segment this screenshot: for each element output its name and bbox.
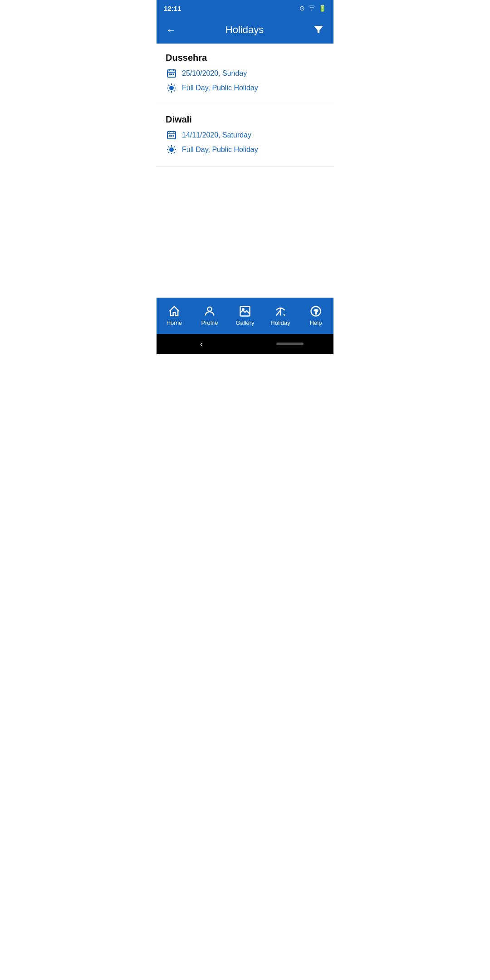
nav-label-home: Home: [167, 319, 182, 326]
holiday-item-dussehra: Dussehra 25/10/2020, Sunday: [157, 44, 333, 105]
filter-button[interactable]: [311, 22, 326, 38]
holiday-type-text-dussehra: Full Day, Public Holiday: [182, 84, 258, 92]
status-time: 12:11: [164, 5, 181, 12]
svg-text:?: ?: [314, 307, 318, 315]
svg-line-14: [174, 85, 175, 86]
app-bar: ← Holidays: [157, 16, 333, 44]
filter-icon: [313, 24, 324, 36]
nav-item-holiday[interactable]: Holiday: [263, 305, 298, 326]
svg-line-28: [168, 147, 169, 147]
svg-point-32: [207, 307, 211, 311]
svg-rect-5: [171, 74, 172, 75]
battery-icon: 🔋: [318, 5, 326, 12]
holiday-name-diwali: Diwali: [166, 114, 324, 125]
svg-line-13: [174, 90, 175, 91]
nav-item-gallery[interactable]: Gallery: [227, 305, 263, 326]
svg-rect-22: [173, 135, 174, 137]
nav-label-profile: Profile: [201, 319, 218, 326]
holiday-icon: [274, 305, 287, 318]
svg-line-29: [174, 152, 175, 153]
gallery-icon: [239, 305, 251, 318]
home-pill[interactable]: [276, 343, 304, 345]
holiday-type-text-diwali: Full Day, Public Holiday: [182, 146, 258, 154]
svg-line-37: [284, 314, 285, 315]
svg-rect-21: [171, 135, 172, 137]
wifi-icon: [308, 5, 316, 12]
sun-icon-diwali: [166, 144, 177, 156]
back-arrow-icon: ←: [166, 24, 176, 36]
svg-point-7: [170, 86, 173, 90]
svg-line-15: [168, 90, 169, 91]
status-icons: ⊙ 🔋: [299, 5, 326, 12]
at-icon: ⊙: [299, 5, 305, 12]
svg-point-23: [170, 148, 173, 152]
svg-rect-6: [173, 74, 174, 75]
svg-rect-20: [169, 135, 171, 137]
svg-line-30: [174, 147, 175, 147]
page-title: Holidays: [178, 24, 311, 36]
svg-line-38: [276, 314, 277, 315]
holiday-date-text-diwali: 14/11/2020, Saturday: [182, 131, 251, 139]
holiday-date-diwali: 14/11/2020, Saturday: [166, 129, 324, 141]
holiday-date-text-dussehra: 25/10/2020, Sunday: [182, 69, 247, 78]
svg-line-31: [168, 152, 169, 153]
sun-icon-dussehra: [166, 82, 177, 94]
svg-rect-4: [169, 74, 171, 75]
holiday-list: Dussehra 25/10/2020, Sunday: [157, 44, 333, 298]
holiday-type-dussehra: Full Day, Public Holiday: [166, 82, 324, 94]
help-icon: ?: [309, 305, 322, 318]
back-button[interactable]: ←: [164, 22, 178, 38]
nav-label-holiday: Holiday: [270, 319, 290, 326]
profile-icon: [203, 305, 216, 318]
bottom-nav: Home Profile Gallery Holiday: [157, 298, 333, 334]
calendar-icon-diwali: [166, 129, 177, 141]
system-nav-bar: ‹: [157, 334, 333, 354]
holiday-type-diwali: Full Day, Public Holiday: [166, 144, 324, 156]
holiday-date-dussehra: 25/10/2020, Sunday: [166, 68, 324, 79]
nav-item-home[interactable]: Home: [157, 305, 192, 326]
nav-label-gallery: Gallery: [235, 319, 254, 326]
svg-line-12: [168, 85, 169, 86]
calendar-icon-dussehra: [166, 68, 177, 79]
nav-label-help: Help: [310, 319, 322, 326]
nav-item-profile[interactable]: Profile: [192, 305, 227, 326]
home-icon: [168, 305, 181, 318]
status-bar: 12:11 ⊙ 🔋: [157, 0, 333, 16]
nav-item-help[interactable]: ? Help: [298, 305, 333, 326]
system-back-button[interactable]: ‹: [186, 339, 216, 349]
holiday-name-dussehra: Dussehra: [166, 53, 324, 63]
holiday-item-diwali: Diwali 14/11/2020, Saturday: [157, 105, 333, 167]
